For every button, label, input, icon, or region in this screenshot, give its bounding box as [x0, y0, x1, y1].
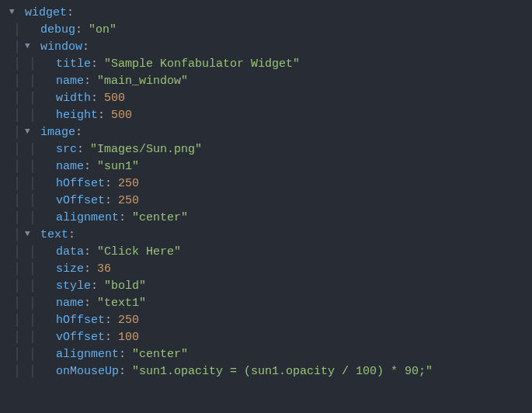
node-image-hoffset: hOffset:250 — [9, 175, 523, 193]
key-widget: widget — [25, 5, 67, 22]
guide-line — [9, 22, 25, 39]
node-text[interactable]: text: — [9, 227, 523, 244]
yaml-tree: widget: debug:"on" window: title:"Sample… — [0, 0, 532, 385]
node-image[interactable]: image: — [9, 124, 523, 141]
node-image-src: src:"Images/Sun.png" — [9, 141, 523, 158]
node-window-width: width:500 — [9, 90, 523, 107]
caret-down-icon[interactable] — [25, 39, 40, 56]
key-debug: debug — [40, 22, 75, 39]
caret-down-icon[interactable] — [25, 227, 40, 244]
node-widget[interactable]: widget: — [9, 5, 523, 22]
value-debug: "on" — [89, 22, 116, 39]
node-image-voffset: vOffset:250 — [9, 193, 523, 210]
node-text-onmouseup: onMouseUp:"sun1.opacity = (sun1.opacity … — [9, 363, 523, 380]
node-text-data: data:"Click Here" — [9, 244, 523, 261]
node-text-alignment: alignment:"center" — [9, 346, 523, 363]
node-text-style: style:"bold" — [9, 278, 523, 295]
node-image-alignment: alignment:"center" — [9, 210, 523, 227]
node-window-height: height:500 — [9, 107, 523, 124]
node-debug: debug:"on" — [9, 22, 523, 39]
node-window-name: name:"main_window" — [9, 73, 523, 90]
node-text-voffset: vOffset:100 — [9, 329, 523, 346]
node-text-name: name:"text1" — [9, 295, 523, 312]
caret-down-icon[interactable] — [9, 5, 25, 22]
node-image-name: name:"sun1" — [9, 158, 523, 175]
guide-line — [9, 39, 25, 56]
node-window[interactable]: window: — [9, 39, 523, 56]
node-window-title: title:"Sample Konfabulator Widget" — [9, 56, 523, 73]
node-text-size: size:36 — [9, 261, 523, 278]
caret-down-icon[interactable] — [25, 124, 40, 141]
key-window: window — [40, 39, 82, 56]
node-text-hoffset: hOffset:250 — [9, 312, 523, 329]
